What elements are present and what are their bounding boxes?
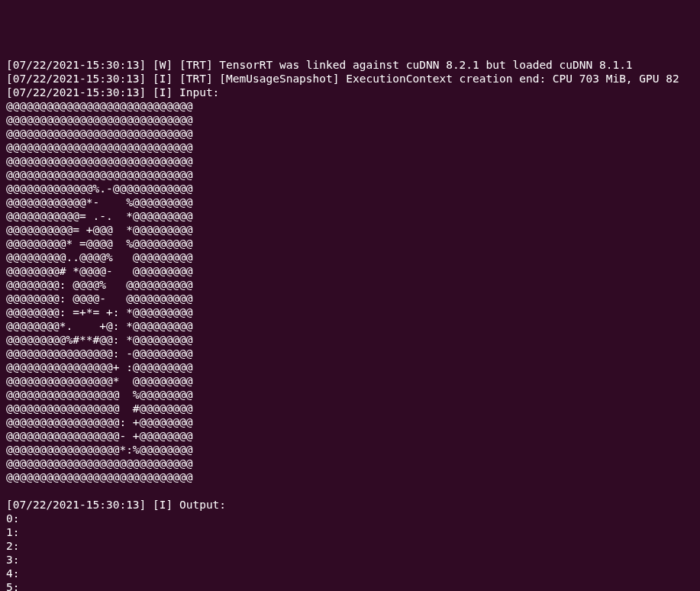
terminal-line: 4: — [6, 567, 694, 580]
terminal-line: @@@@@@@@: =+*= +: *@@@@@@@@@ — [6, 305, 694, 319]
terminal-line: @@@@@@@@@@@@@@@@@@@@@@@@@@@@ — [6, 154, 694, 168]
terminal-line: [07/22/2021-15:30:13] [I] [TRT] [MemUsag… — [6, 72, 694, 86]
terminal-line: @@@@@@@@@@@@@@@@@@@@@@@@@@@@ — [6, 127, 694, 140]
terminal-line: @@@@@@@@@@@@@@@@@- +@@@@@@@@ — [6, 429, 694, 443]
terminal-line: 5: — [6, 580, 694, 591]
terminal-line: @@@@@@@@: @@@@% @@@@@@@@@@ — [6, 278, 694, 292]
terminal-line: @@@@@@@@@@@@@@@@@@@@@@@@@@@@ — [6, 470, 694, 484]
terminal-line: 1: — [6, 525, 694, 539]
terminal-line: @@@@@@@@@@@@*- %@@@@@@@@@ — [6, 195, 694, 209]
terminal-line — [6, 484, 694, 498]
terminal-line: @@@@@@@@@@@@@@@@@@@@@@@@@@@@ — [6, 140, 694, 154]
terminal-line: @@@@@@@@@..@@@@% @@@@@@@@@ — [6, 250, 694, 264]
terminal-line: @@@@@@@@@@@@@@@@@: +@@@@@@@@ — [6, 415, 694, 429]
terminal-line: @@@@@@@@@@@@@@@@@@@@@@@@@@@@ — [6, 113, 694, 127]
terminal-line: @@@@@@@@@@@= .-. *@@@@@@@@@ — [6, 209, 694, 223]
terminal-line: @@@@@@@@@@@@@@@@@@@@@@@@@@@@ — [6, 457, 694, 470]
terminal-line: @@@@@@@@@@@@@@@@@@@@@@@@@@@@ — [6, 168, 694, 182]
terminal-line: @@@@@@@@@@@@@@@@: -@@@@@@@@@ — [6, 347, 694, 360]
terminal-line: @@@@@@@@@@@@@@@@@ #@@@@@@@@ — [6, 402, 694, 415]
terminal-line: 2: — [6, 539, 694, 553]
terminal-line: @@@@@@@@@@@@@@@@@ %@@@@@@@@ — [6, 388, 694, 402]
terminal-line: @@@@@@@@: @@@@- @@@@@@@@@@ — [6, 292, 694, 305]
terminal-line: [07/22/2021-15:30:13] [I] Input: — [6, 86, 694, 99]
terminal-line: 0: — [6, 512, 694, 525]
terminal-line: @@@@@@@@@@@@@@@@* @@@@@@@@@ — [6, 374, 694, 388]
terminal-output: [07/22/2021-15:30:13] [W] [TRT] TensorRT… — [6, 58, 694, 591]
terminal-line: @@@@@@@@@@@@@%.-@@@@@@@@@@@@ — [6, 182, 694, 195]
terminal-line: @@@@@@@@@@@@@@@@+ :@@@@@@@@@ — [6, 360, 694, 374]
terminal-line: @@@@@@@@@@= +@@@ *@@@@@@@@@ — [6, 223, 694, 237]
terminal-line: [07/22/2021-15:30:13] [W] [TRT] TensorRT… — [6, 58, 694, 72]
terminal-line: 3: — [6, 553, 694, 567]
terminal-line: @@@@@@@@# *@@@@- @@@@@@@@@ — [6, 264, 694, 278]
terminal-line: @@@@@@@@@@@@@@@@@*:%@@@@@@@@ — [6, 443, 694, 457]
terminal-line: @@@@@@@@@* =@@@@ %@@@@@@@@@ — [6, 237, 694, 250]
terminal-line: @@@@@@@@*. +@: *@@@@@@@@@ — [6, 319, 694, 333]
terminal-line: @@@@@@@@@@@@@@@@@@@@@@@@@@@@ — [6, 99, 694, 113]
terminal-line: [07/22/2021-15:30:13] [I] Output: — [6, 498, 694, 512]
terminal-line: @@@@@@@@@%#**#@@: *@@@@@@@@@ — [6, 333, 694, 347]
